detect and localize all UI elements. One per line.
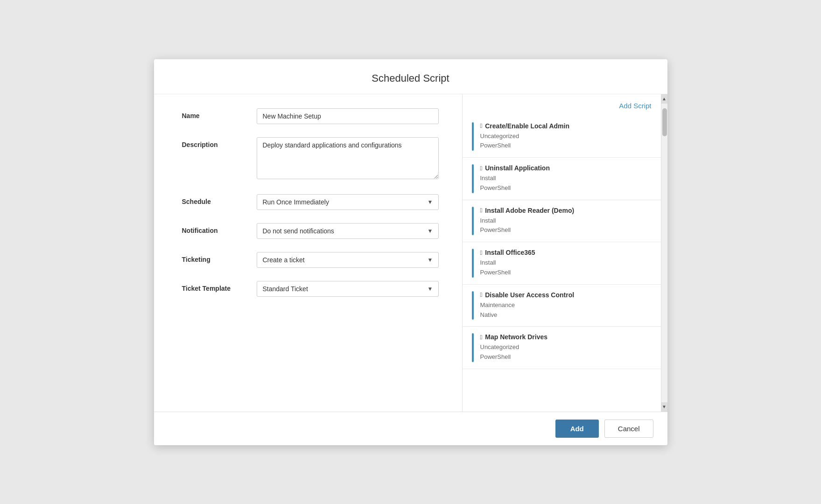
list-item[interactable]:  Map Network Drives UncategorizedPowerS… xyxy=(463,327,661,369)
name-control xyxy=(257,108,439,124)
modal-footer: Add Cancel xyxy=(154,412,667,445)
modal-header: Scheduled Script xyxy=(154,59,667,94)
script-meta: InstallPowerShell xyxy=(480,216,652,236)
script-info:  Create/Enable Local Admin Uncategorize… xyxy=(480,122,652,151)
schedule-select-wrap: Run Once Immediately Scheduled Run on Lo… xyxy=(257,194,439,210)
cancel-button[interactable]: Cancel xyxy=(604,420,653,438)
script-accent-bar xyxy=(472,333,474,362)
scrollbar-thumb[interactable] xyxy=(662,108,667,136)
ticketing-select-wrap: Create a ticket Do not create a ticket ▼ xyxy=(257,252,439,268)
script-info:  Install Adobe Reader (Demo) InstallPow… xyxy=(480,207,652,236)
ticketing-select[interactable]: Create a ticket Do not create a ticket xyxy=(257,252,439,268)
scroll-up-arrow[interactable]: ▲ xyxy=(661,94,667,104)
windows-icon:  xyxy=(480,165,483,172)
script-panel-header: Add Script xyxy=(463,94,661,116)
script-info:  Disable User Access Control Maintenanc… xyxy=(480,291,652,320)
notification-row: Notification Do not send notifications S… xyxy=(182,223,439,239)
script-meta: MaintenanceNative xyxy=(480,301,652,320)
name-row: Name xyxy=(182,108,439,124)
schedule-select[interactable]: Run Once Immediately Scheduled Run on Lo… xyxy=(257,194,439,210)
name-input[interactable] xyxy=(257,108,439,124)
modal-container: Scheduled Script Name Description Deploy… xyxy=(154,59,667,445)
script-title:  Uninstall Application xyxy=(480,164,652,172)
script-list:  Create/Enable Local Admin Uncategorize… xyxy=(463,116,661,412)
script-accent-bar xyxy=(472,207,474,236)
modal-title: Scheduled Script xyxy=(154,72,667,84)
ticket-template-label: Ticket Template xyxy=(182,281,257,292)
script-info:  Map Network Drives UncategorizedPowerS… xyxy=(480,333,652,362)
script-title:  Install Office365 xyxy=(480,249,652,256)
notification-select[interactable]: Do not send notifications Send notificat… xyxy=(257,223,439,239)
script-meta: UncategorizedPowerShell xyxy=(480,343,652,362)
script-meta: InstallPowerShell xyxy=(480,174,652,193)
script-title:  Create/Enable Local Admin xyxy=(480,122,652,130)
ticket-template-row: Ticket Template Standard Ticket Custom T… xyxy=(182,281,439,297)
notification-select-wrap: Do not send notifications Send notificat… xyxy=(257,223,439,239)
description-input[interactable]: Deploy standard applications and configu… xyxy=(257,137,439,179)
scrollbar: ▲ ▼ xyxy=(661,94,667,412)
add-button[interactable]: Add xyxy=(555,420,599,438)
script-title:  Map Network Drives xyxy=(480,333,652,341)
list-item[interactable]:  Disable User Access Control Maintenanc… xyxy=(463,285,661,327)
ticketing-row: Ticketing Create a ticket Do not create … xyxy=(182,252,439,268)
notification-control: Do not send notifications Send notificat… xyxy=(257,223,439,239)
name-label: Name xyxy=(182,108,257,119)
windows-icon:  xyxy=(480,122,483,129)
list-item[interactable]:  Create/Enable Local Admin Uncategorize… xyxy=(463,116,661,158)
form-panel: Name Description Deploy standard applica… xyxy=(154,94,462,412)
script-accent-bar xyxy=(472,291,474,320)
ticketing-control: Create a ticket Do not create a ticket ▼ xyxy=(257,252,439,268)
list-item[interactable]:  Install Adobe Reader (Demo) InstallPow… xyxy=(463,200,661,243)
script-title:  Disable User Access Control xyxy=(480,291,652,299)
right-section: Add Script  Create/Enable Local Admin U… xyxy=(462,94,667,412)
script-panel: Add Script  Create/Enable Local Admin U… xyxy=(462,94,661,412)
schedule-row: Schedule Run Once Immediately Scheduled … xyxy=(182,194,439,210)
script-accent-bar xyxy=(472,122,474,151)
script-meta: InstallPowerShell xyxy=(480,258,652,278)
notification-label: Notification xyxy=(182,223,257,234)
script-accent-bar xyxy=(472,249,474,278)
description-control: Deploy standard applications and configu… xyxy=(257,137,439,181)
ticketing-label: Ticketing xyxy=(182,252,257,263)
script-title:  Install Adobe Reader (Demo) xyxy=(480,207,652,214)
script-accent-bar xyxy=(472,164,474,193)
windows-icon:  xyxy=(480,207,483,214)
add-script-button[interactable]: Add Script xyxy=(619,102,651,110)
ticket-template-select-wrap: Standard Ticket Custom Ticket ▼ xyxy=(257,281,439,297)
scroll-down-arrow[interactable]: ▼ xyxy=(661,402,667,412)
windows-icon:  xyxy=(480,291,483,298)
modal-body: Name Description Deploy standard applica… xyxy=(154,94,667,412)
windows-icon:  xyxy=(480,334,483,341)
schedule-label: Schedule xyxy=(182,194,257,205)
script-info:  Install Office365 InstallPowerShell xyxy=(480,249,652,278)
schedule-control: Run Once Immediately Scheduled Run on Lo… xyxy=(257,194,439,210)
list-item[interactable]:  Uninstall Application InstallPowerShel… xyxy=(463,158,661,200)
ticket-template-control: Standard Ticket Custom Ticket ▼ xyxy=(257,281,439,297)
script-meta: UncategorizedPowerShell xyxy=(480,132,652,151)
description-row: Description Deploy standard applications… xyxy=(182,137,439,181)
windows-icon:  xyxy=(480,249,483,256)
description-label: Description xyxy=(182,137,257,148)
list-item[interactable]:  Install Office365 InstallPowerShell xyxy=(463,242,661,285)
script-info:  Uninstall Application InstallPowerShel… xyxy=(480,164,652,193)
scrollbar-track xyxy=(661,104,667,402)
ticket-template-select[interactable]: Standard Ticket Custom Ticket xyxy=(257,281,439,297)
